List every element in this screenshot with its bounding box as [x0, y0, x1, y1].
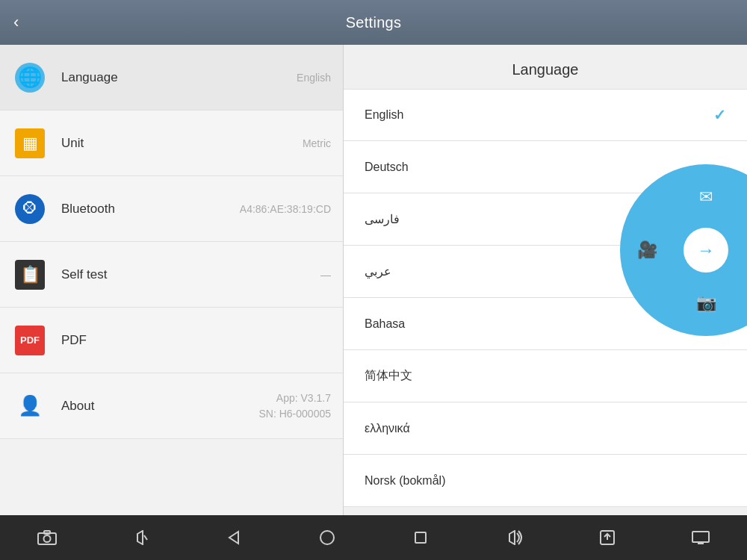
header: ‹ Settings: [0, 0, 747, 45]
radial-center-button[interactable]: →: [684, 228, 728, 273]
svg-rect-11: [692, 532, 709, 542]
svg-marker-3: [137, 531, 143, 544]
svg-point-6: [320, 531, 334, 544]
sidebar-item-selftest[interactable]: Self test —: [0, 242, 343, 308]
unit-label: Unit: [61, 136, 303, 151]
about-icon: [12, 388, 48, 424]
language-item[interactable]: Norsk (bokmål): [344, 455, 747, 507]
selftest-value: —: [320, 269, 331, 281]
nav-camera-button[interactable]: [28, 523, 66, 553]
nav-vol-up-button[interactable]: [495, 523, 533, 553]
about-label: About: [61, 399, 258, 414]
back-button[interactable]: ‹: [13, 13, 19, 32]
right-panel: Language English✓DeutschفارسیعربيBahasa简…: [344, 45, 747, 515]
svg-marker-8: [509, 531, 515, 544]
radial-email-icon[interactable]: ✉: [689, 181, 722, 214]
language-item[interactable]: English✓: [344, 89, 747, 141]
language-name: ελληνικά: [365, 422, 726, 435]
bottom-nav: [0, 515, 747, 560]
svg-rect-7: [415, 532, 426, 543]
nav-recent-button[interactable]: [402, 523, 439, 553]
checkmark-icon: ✓: [713, 106, 726, 124]
language-item[interactable]: 简体中文: [344, 350, 747, 402]
sidebar-item-pdf[interactable]: PDF PDF: [0, 308, 343, 373]
language-name: 简体中文: [365, 368, 726, 384]
sidebar-item-language[interactable]: Language English: [0, 45, 343, 111]
language-value: English: [297, 72, 331, 84]
unit-value: Metric: [303, 137, 331, 149]
nav-home-button[interactable]: [309, 523, 346, 553]
bluetooth-icon: ⭙: [12, 191, 48, 227]
panel-title: Language: [344, 45, 747, 89]
pdf-icon: PDF: [12, 323, 48, 358]
sidebar-item-bluetooth[interactable]: ⭙ Bluetooth A4:86:AE:38:19:CD: [0, 176, 343, 242]
svg-point-1: [43, 535, 50, 542]
selftest-icon: [12, 257, 48, 293]
pdf-label: PDF: [61, 333, 331, 348]
sidebar-item-about[interactable]: About App: V3.1.7 SN: H6-000005: [0, 373, 343, 439]
nav-back-button[interactable]: [215, 523, 252, 553]
unit-icon: [12, 125, 48, 161]
globe-icon: [12, 60, 48, 96]
nav-share-button[interactable]: [589, 523, 626, 553]
radial-camera-icon[interactable]: 📷: [689, 287, 722, 320]
nav-vol-down-button[interactable]: [122, 523, 159, 553]
svg-marker-5: [229, 532, 238, 544]
about-value: App: V3.1.7 SN: H6-000005: [258, 391, 331, 422]
selftest-label: Self test: [61, 267, 320, 282]
bluetooth-value: A4:86:AE:38:19:CD: [240, 203, 331, 215]
header-title: Settings: [346, 14, 402, 31]
language-name: Norsk (bokmål): [365, 474, 726, 488]
language-label: Language: [61, 70, 297, 85]
radial-video-icon[interactable]: 🎥: [630, 234, 663, 267]
main-content: Language English Unit Metric ⭙ Bluetooth…: [0, 45, 747, 515]
bluetooth-label: Bluetooth: [61, 202, 240, 217]
svg-line-4: [144, 535, 147, 540]
language-item[interactable]: ελληνικά: [344, 402, 747, 455]
nav-cast-button[interactable]: [682, 523, 719, 553]
sidebar-item-unit[interactable]: Unit Metric: [0, 111, 343, 176]
sidebar: Language English Unit Metric ⭙ Bluetooth…: [0, 45, 344, 515]
language-name: English: [365, 108, 713, 122]
